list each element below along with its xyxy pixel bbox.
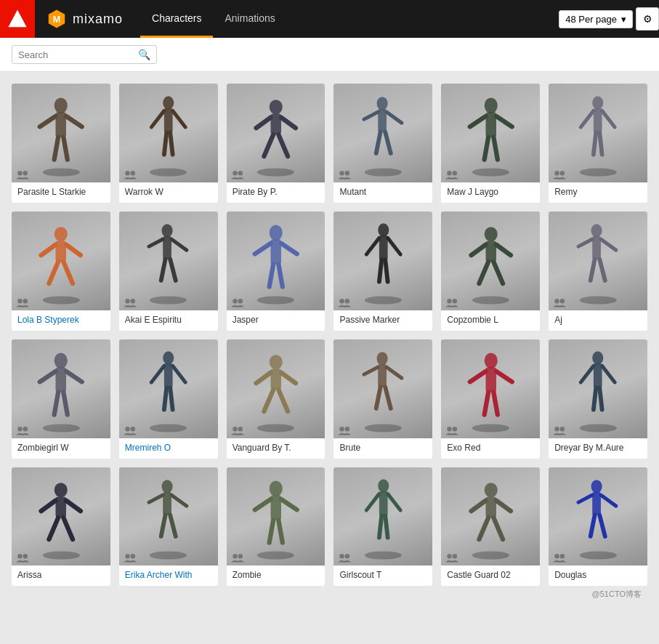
character-figure (461, 349, 520, 428)
character-figure (246, 94, 305, 173)
character-card[interactable]: Parasite L Starkie (12, 84, 110, 203)
svg-line-80 (278, 265, 282, 287)
settings-button[interactable]: ⚙ (636, 7, 659, 31)
character-card[interactable]: Mremireh O (119, 339, 218, 459)
character-name: Castle Guard 02 (447, 570, 510, 580)
tab-animations[interactable]: Animations (213, 0, 286, 38)
character-figure (568, 477, 627, 556)
svg-point-48 (593, 96, 604, 109)
character-card[interactable]: Zombiegirl W (12, 339, 110, 459)
character-card[interactable]: Pirate By P. (227, 84, 326, 203)
svg-line-15 (173, 110, 186, 127)
search-input[interactable] (18, 49, 134, 60)
svg-point-10 (17, 171, 22, 175)
character-card[interactable]: Exo Red (441, 339, 540, 459)
svg-point-127 (125, 426, 129, 430)
svg-line-106 (591, 259, 595, 281)
watermark: @51CTO博客 (12, 586, 647, 603)
character-name: Warrok W (125, 187, 163, 197)
character-figure (461, 477, 520, 556)
svg-line-59 (41, 245, 56, 255)
card-footer: Mremireh O (119, 438, 218, 459)
svg-point-156 (593, 352, 604, 365)
svg-line-124 (164, 388, 166, 410)
character-card[interactable]: Arissa (12, 467, 110, 587)
svg-point-3 (54, 97, 68, 113)
svg-point-119 (23, 426, 28, 430)
svg-line-150 (496, 371, 512, 382)
svg-point-73 (125, 299, 129, 303)
svg-line-133 (264, 390, 273, 411)
svg-line-98 (493, 262, 503, 284)
svg-line-123 (173, 366, 186, 383)
svg-point-198 (365, 552, 402, 560)
character-figure (354, 94, 413, 173)
svg-line-158 (581, 366, 594, 383)
svg-point-210 (591, 480, 602, 493)
character-image (227, 84, 326, 182)
character-card[interactable]: Douglas (549, 467, 647, 587)
svg-point-83 (238, 299, 242, 303)
card-footer: Girlscout T (333, 565, 432, 586)
svg-line-149 (469, 371, 485, 382)
svg-point-174 (162, 480, 173, 493)
svg-line-122 (151, 366, 164, 383)
svg-line-168 (66, 501, 81, 511)
svg-point-218 (560, 554, 565, 558)
card-footer: Jasper (227, 310, 326, 331)
character-card[interactable]: Remy (549, 84, 647, 203)
svg-line-8 (64, 137, 68, 159)
svg-point-181 (125, 554, 129, 558)
nav-tabs: Characters Animations (140, 0, 287, 38)
svg-marker-0 (8, 9, 26, 27)
svg-point-108 (579, 296, 616, 304)
character-card[interactable]: Dreyar By M.Aure (549, 339, 647, 459)
toolbar: 🔍 (0, 38, 659, 72)
character-card[interactable]: Passive Marker (333, 212, 432, 331)
character-name: Dreyar By M.Aure (554, 443, 623, 453)
svg-line-68 (149, 239, 163, 246)
gear-icon: ⚙ (643, 13, 652, 25)
character-card[interactable]: Zombie (227, 467, 326, 587)
svg-point-209 (453, 554, 457, 558)
character-name: Jasper (233, 315, 259, 325)
character-grid: Parasite L Starkie Warrok W (12, 84, 647, 586)
character-name: Mutant (339, 187, 366, 197)
character-card[interactable]: Girlscout T (333, 467, 432, 587)
character-card[interactable]: Vanguard By T. (227, 339, 326, 459)
svg-point-91 (340, 299, 344, 303)
character-card[interactable]: Brute (333, 339, 432, 459)
search-box[interactable]: 🔍 (12, 45, 157, 64)
card-footer: Zombiegirl W (12, 438, 110, 459)
character-card[interactable]: Warrok W (119, 84, 218, 203)
character-card[interactable]: Lola B Styperek (12, 212, 110, 331)
svg-line-177 (171, 495, 187, 506)
character-name: Aj (554, 315, 562, 325)
character-image (119, 212, 218, 310)
card-footer: Dreyar By M.Aure (549, 438, 647, 459)
svg-point-189 (257, 552, 294, 560)
character-card[interactable]: Jasper (227, 212, 326, 331)
svg-point-200 (345, 554, 349, 558)
svg-point-72 (150, 296, 187, 304)
character-card[interactable]: Mutant (333, 84, 432, 203)
character-card[interactable]: Castle Guard 02 (441, 467, 540, 587)
character-card[interactable]: Aj (549, 212, 647, 331)
svg-point-164 (560, 426, 565, 430)
character-card[interactable]: Maw J Laygo (441, 84, 540, 203)
svg-point-45 (472, 168, 509, 176)
svg-line-195 (387, 494, 400, 511)
character-card[interactable]: Akai E Espiritu (119, 212, 218, 331)
tab-characters[interactable]: Characters (140, 0, 213, 38)
svg-line-44 (493, 137, 497, 159)
character-card[interactable]: Erika Archer With (119, 467, 218, 587)
svg-point-29 (238, 171, 242, 175)
svg-point-55 (554, 171, 559, 175)
character-card[interactable]: Copzombie L (441, 212, 540, 331)
svg-point-126 (150, 424, 187, 432)
card-footer: Erika Archer With (119, 565, 218, 586)
character-figure (461, 221, 520, 300)
svg-point-82 (233, 299, 237, 303)
svg-line-206 (493, 518, 503, 539)
per-page-select[interactable]: 48 Per page ▾ (559, 10, 633, 28)
